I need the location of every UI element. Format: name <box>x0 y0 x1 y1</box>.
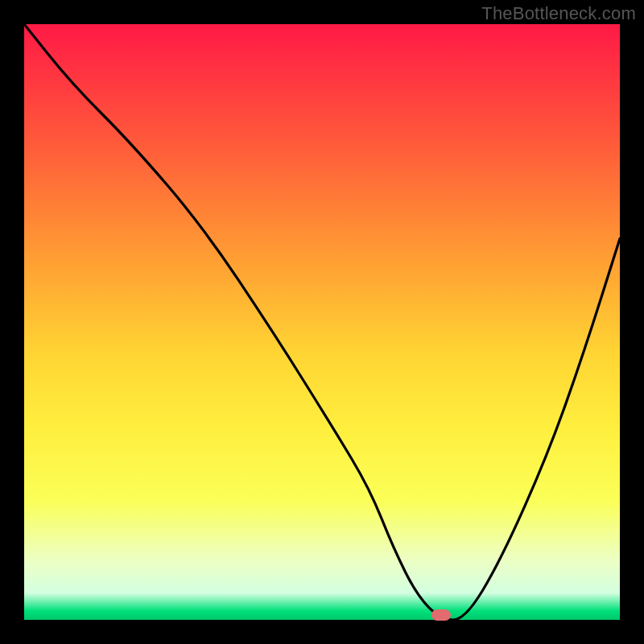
watermark-text: TheBottleneck.com <box>481 3 636 24</box>
plot-area <box>24 24 620 620</box>
bottleneck-curve <box>24 24 620 620</box>
optimal-marker <box>431 609 451 621</box>
chart-frame: TheBottleneck.com <box>0 0 644 644</box>
curve-layer <box>24 24 620 620</box>
